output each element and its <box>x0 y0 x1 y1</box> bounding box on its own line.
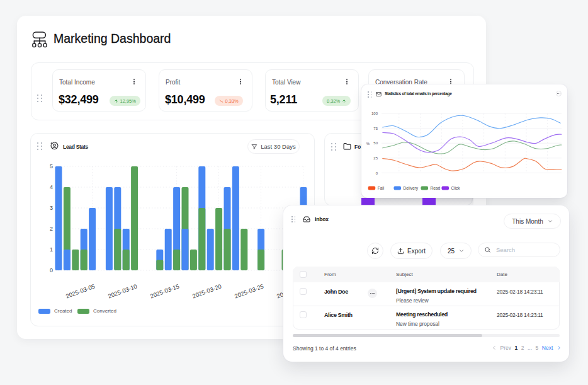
svg-text:2025-03-15: 2025-03-15 <box>149 283 180 300</box>
svg-text:0: 0 <box>376 171 378 175</box>
svg-text:Click: Click <box>451 186 461 190</box>
svg-text:2025-03-05: 2025-03-05 <box>65 283 96 300</box>
svg-text:Fail: Fail <box>378 186 385 190</box>
svg-text:75: 75 <box>373 127 378 130</box>
svg-text:25: 25 <box>373 156 378 160</box>
svg-text:1: 1 <box>50 246 53 253</box>
svg-text:2025-03-10: 2025-03-10 <box>107 283 138 300</box>
svg-text:5: 5 <box>50 163 53 170</box>
svg-text:Read: Read <box>431 186 441 190</box>
svg-text:0: 0 <box>50 267 53 273</box>
svg-text:100: 100 <box>371 112 378 115</box>
svg-text:%: % <box>366 142 370 146</box>
svg-text:2: 2 <box>50 226 53 232</box>
svg-text:50: 50 <box>373 141 378 145</box>
svg-text:Delivery: Delivery <box>404 186 419 191</box>
svg-text:4: 4 <box>50 184 53 190</box>
svg-text:2025-03-20: 2025-03-20 <box>191 283 222 300</box>
svg-text:3: 3 <box>50 205 53 211</box>
svg-text:2025-03-25: 2025-03-25 <box>234 283 264 300</box>
